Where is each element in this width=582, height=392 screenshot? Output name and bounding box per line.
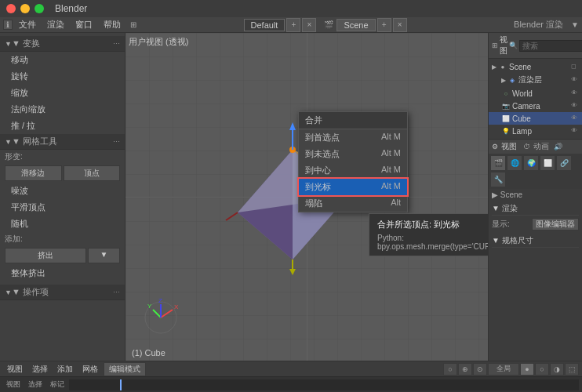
menu-file[interactable]: 文件 xyxy=(14,18,41,31)
resolution-title[interactable]: ▼ 规格尺寸 xyxy=(492,234,579,248)
anim-icon: ⏱ xyxy=(523,143,530,151)
mesh-btn[interactable]: 网格 xyxy=(78,363,102,376)
transform-arrow: ▼ xyxy=(5,40,12,48)
viewport-footer: (1) Cube xyxy=(132,348,166,358)
ctx-item-0[interactable]: 到首选点 Alt M xyxy=(299,129,407,146)
minimize-traffic-light[interactable] xyxy=(20,4,30,13)
mode-selector[interactable]: 编辑模式 xyxy=(104,362,146,376)
layer1-icon[interactable]: ● xyxy=(520,363,534,376)
renderlayer-eye[interactable]: 👁 xyxy=(571,76,579,84)
viewport[interactable]: 用户视图 (透视) xyxy=(125,33,488,361)
add-btn[interactable]: 添加 xyxy=(53,363,77,376)
ctx-item-4[interactable]: 塌陷 Alt xyxy=(299,195,407,212)
lamp-eye[interactable]: 👁 xyxy=(571,127,579,135)
normal-scale-item[interactable]: 法向缩放 xyxy=(0,101,125,118)
world-prop-icon[interactable]: 🌍 xyxy=(523,155,539,171)
scale-item[interactable]: 缩放 xyxy=(0,85,125,101)
extrude-btn[interactable]: 挤出 xyxy=(5,248,86,263)
close-scene-btn[interactable]: × xyxy=(393,18,407,32)
transform-orient-icon[interactable]: 全局 xyxy=(488,363,519,376)
move-item[interactable]: 移动 xyxy=(0,52,125,68)
svg-line-14 xyxy=(153,310,161,318)
snap-icon[interactable]: ⊕ xyxy=(458,363,472,376)
shading-icon[interactable]: ◑ xyxy=(550,363,564,376)
timeline-view-btn[interactable]: 视图 xyxy=(3,379,24,390)
search-icon: 🔍 xyxy=(509,42,518,49)
ctx-item-3[interactable]: 到光标 Alt M xyxy=(299,179,407,195)
info-icon[interactable]: ℹ xyxy=(3,20,13,30)
workspace-tab-default[interactable]: Default xyxy=(244,19,286,31)
outliner-label: 视图 xyxy=(500,34,507,56)
display-value[interactable]: 图像编辑器 xyxy=(532,218,579,230)
render-dropdown-icon[interactable]: ▼ xyxy=(571,20,579,29)
object-prop-icon[interactable]: ⬜ xyxy=(540,155,555,171)
timeline-marker-btn[interactable]: 标记 xyxy=(47,379,67,390)
renderlayer-label: 渲染层 xyxy=(518,74,542,85)
outliner-lamp[interactable]: 💡 Lamp 👁 xyxy=(489,125,582,137)
svg-text:X: X xyxy=(174,303,179,310)
outliner-world[interactable]: ○ World 👁 xyxy=(489,87,582,100)
render-prop-icon[interactable]: 🎬 xyxy=(490,155,506,171)
extrude-all-item[interactable]: 整体挤出 xyxy=(0,265,125,281)
viewport-shade-icon[interactable]: ⬚ xyxy=(565,363,579,376)
properties-header: ⚙ 视图 ⏱ 动画 🔊 xyxy=(489,140,582,154)
random-item[interactable]: 随机 xyxy=(0,216,125,232)
ctx-item-3-label: 到光标 xyxy=(305,181,331,193)
menu-window[interactable]: 窗口 xyxy=(71,18,97,31)
select-btn[interactable]: 选择 xyxy=(28,363,52,376)
add-scene-btn[interactable]: + xyxy=(377,18,391,32)
app-title: Blender xyxy=(55,3,87,14)
world-eye[interactable]: 👁 xyxy=(571,89,579,97)
ops-header[interactable]: ▼ ▼ 操作项 ⋯ xyxy=(0,285,125,300)
add-workspace-btn[interactable]: + xyxy=(286,18,300,32)
outliner-renderlayer[interactable]: ▶ ◈ 渲染层 👁 xyxy=(489,73,582,87)
close-traffic-light[interactable] xyxy=(6,4,16,13)
vertex-btn[interactable]: 顶点 xyxy=(64,165,121,181)
close-workspace-btn[interactable]: × xyxy=(302,18,316,32)
proportional-edit-icon[interactable]: ○ xyxy=(443,363,457,376)
ctx-item-2[interactable]: 到中心 Alt M xyxy=(299,162,407,179)
renderlayer-expand: ▶ xyxy=(501,77,506,84)
ctx-item-2-label: 到中心 xyxy=(305,165,331,176)
scene-selector-value[interactable]: ▶ Scene xyxy=(492,191,522,199)
scene-selector[interactable]: Scene xyxy=(336,19,375,31)
modifier-prop-icon[interactable]: 🔧 xyxy=(490,172,506,187)
context-menu: 合并 到首选点 Alt M 到未选点 Alt M 到中心 Alt M 到光标 A… xyxy=(298,111,408,212)
menubar: ℹ 文件 渲染 窗口 帮助 ⊞ Default + × 🎬 Scene + × … xyxy=(0,17,582,33)
scene-prop-icon[interactable]: 🌐 xyxy=(507,155,522,171)
view-btn[interactable]: 视图 xyxy=(3,363,27,376)
search-input[interactable] xyxy=(519,40,582,52)
extrude-arrow-btn[interactable]: ▼ xyxy=(88,248,120,263)
smooth-vertex-item[interactable]: 平滑顶点 xyxy=(0,199,125,216)
slide-edge-btn[interactable]: 滑移边 xyxy=(5,165,62,181)
camera-eye[interactable]: 👁 xyxy=(571,102,579,110)
push-pull-item[interactable]: 推 / 拉 xyxy=(0,118,125,134)
maximize-traffic-light[interactable] xyxy=(35,4,44,13)
render-section-title[interactable]: ▼ 渲染 xyxy=(492,202,579,216)
outliner-camera[interactable]: 📷 Camera 👁 xyxy=(489,100,582,112)
scene-label: Scene xyxy=(509,63,531,71)
tooltip-title: 合并所选顶点: 到光标 xyxy=(377,219,488,230)
layer2-icon[interactable]: ○ xyxy=(535,363,549,376)
cube-eye[interactable]: 👁 xyxy=(571,114,579,122)
transform-section-header[interactable]: ▼ ▼ 变换 ⋯ xyxy=(0,36,125,52)
timeline-bar[interactable] xyxy=(69,379,579,390)
outliner-scene[interactable]: ▶ ● Scene ◻ xyxy=(489,60,582,73)
outliner-cube[interactable]: ⬜ Cube 👁 xyxy=(489,112,582,125)
menu-help[interactable]: 帮助 xyxy=(99,18,125,31)
mesh-tools-header[interactable]: ▼ ▼ 网格工具 ⋯ xyxy=(0,134,125,150)
world-icon: ○ xyxy=(501,89,511,98)
constraint-prop-icon[interactable]: 🔗 xyxy=(556,155,572,171)
scene-render-btn[interactable]: ◻ xyxy=(571,63,579,71)
ctx-item-0-label: 到首选点 xyxy=(305,132,340,143)
menu-render[interactable]: 渲染 xyxy=(42,18,69,31)
noise-item[interactable]: 噪波 xyxy=(0,183,125,199)
camera-icon: 📷 xyxy=(501,101,511,111)
ctx-item-3-shortcut: Alt M xyxy=(381,181,401,193)
pivot-icon[interactable]: ⊙ xyxy=(473,363,487,376)
ctx-item-1[interactable]: 到未选点 Alt M xyxy=(299,146,407,162)
tooltip: 合并所选顶点: 到光标 Python: bpy.ops.mesh.merge(t… xyxy=(369,213,488,256)
timeline-select-btn[interactable]: 选择 xyxy=(25,379,45,390)
anim-label: 动画 xyxy=(533,141,549,152)
rotate-item[interactable]: 旋转 xyxy=(0,68,125,85)
